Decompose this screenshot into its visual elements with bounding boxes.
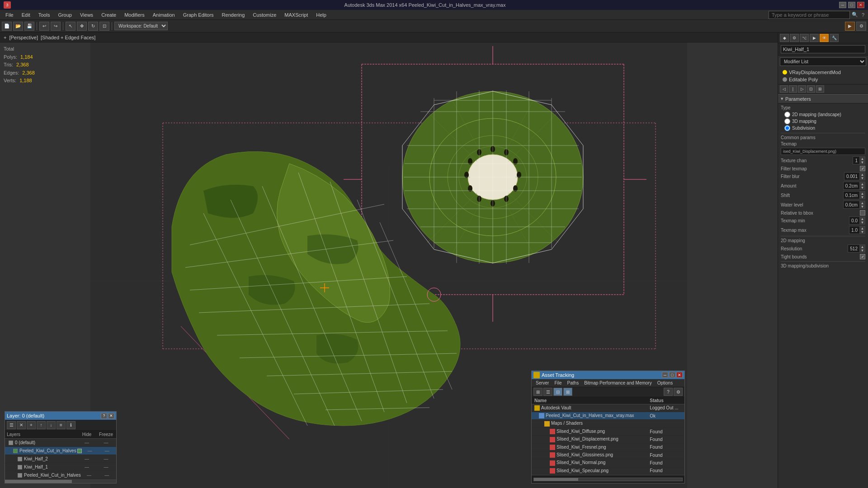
- question-icon[interactable]: ?: [860, 12, 866, 18]
- layer-visibility[interactable]: —: [78, 456, 96, 461]
- viewport-perspective[interactable]: [Perspective]: [9, 35, 38, 40]
- minimize-button[interactable]: ─: [839, 2, 846, 8]
- asset-row[interactable]: Autodesk Vault Logged Out ...: [532, 404, 684, 412]
- type-3d-radio-row[interactable]: 3D mapping: [784, 118, 865, 124]
- asset-menu-server[interactable]: Server: [533, 380, 551, 386]
- modifier-btn-5[interactable]: ⊞: [816, 85, 824, 93]
- layer-row[interactable]: 0 (default) — —: [5, 439, 116, 447]
- layer-row[interactable]: Peeled_Kiwi_Cut_in_Halves — —: [5, 447, 116, 455]
- maximize-button[interactable]: □: [848, 2, 855, 8]
- toolbar-save[interactable]: 💾: [24, 22, 34, 31]
- tight-bounds-checkbox[interactable]: [860, 254, 865, 259]
- asset-row[interactable]: Peeled_Kiwi_Cut_in_Halves_max_vray.max O…: [532, 412, 684, 420]
- asset-row[interactable]: Slised_Kiwi_Fresnel.png Found: [532, 443, 684, 451]
- menu-tools[interactable]: Tools: [35, 11, 54, 19]
- asset-row[interactable]: Maps / Shaders: [532, 420, 684, 427]
- asset-menu-bitmap[interactable]: Bitmap Performance and Memory: [582, 380, 654, 386]
- search-input[interactable]: [769, 11, 850, 19]
- type-2d-radio[interactable]: [784, 112, 790, 117]
- layer-row[interactable]: Kiwi_Half_1 — —: [5, 463, 116, 471]
- asset-maximize-button[interactable]: □: [669, 372, 675, 378]
- toolbar-open[interactable]: 📂: [13, 22, 23, 31]
- layer-freeze-toggle[interactable]: —: [98, 473, 116, 478]
- viewport-add[interactable]: +: [4, 35, 6, 40]
- type-subdiv-radio-row[interactable]: Subdivision: [784, 125, 865, 131]
- layer-freeze-toggle[interactable]: —: [96, 456, 116, 461]
- menu-create[interactable]: Create: [98, 11, 120, 19]
- asset-tb-3[interactable]: ⊟: [553, 388, 562, 396]
- asset-row[interactable]: Slised_Kiwi_Glossiness.png Found: [532, 451, 684, 459]
- layer-active-checkbox[interactable]: [77, 449, 82, 453]
- type-subdiv-radio[interactable]: [784, 125, 790, 131]
- close-button[interactable]: ✕: [857, 2, 864, 8]
- asset-close-button[interactable]: ✕: [676, 372, 683, 378]
- layers-scrollbar[interactable]: [5, 479, 116, 483]
- layer-freeze-toggle[interactable]: —: [96, 440, 116, 445]
- layers-tb-sort[interactable]: ≡: [57, 421, 66, 429]
- toolbar-select[interactable]: ↖: [66, 22, 75, 31]
- asset-menu-file[interactable]: File: [552, 380, 564, 386]
- toolbar-move[interactable]: ✥: [77, 22, 87, 31]
- amount-value[interactable]: 0.2cm: [844, 183, 859, 189]
- asset-minimize-button[interactable]: ─: [662, 372, 668, 378]
- menu-animation[interactable]: Animation: [149, 11, 179, 19]
- texmap-value[interactable]: ised_Kiwi_Displacement.png): [781, 148, 865, 155]
- asset-tb-2[interactable]: ☰: [543, 388, 552, 396]
- menu-group[interactable]: Group: [54, 11, 75, 19]
- menu-file[interactable]: File: [2, 11, 17, 19]
- filter-blur-value[interactable]: 0.001: [844, 174, 859, 179]
- menu-help[interactable]: Help: [312, 11, 330, 19]
- rpanel-motion-icon[interactable]: ▶: [810, 34, 819, 42]
- search-icon[interactable]: 🔍: [850, 12, 860, 18]
- water-level-value[interactable]: 0.0cm: [844, 202, 859, 208]
- relative-checkbox[interactable]: [860, 210, 865, 216]
- toolbar-redo[interactable]: ↪: [51, 22, 61, 31]
- modifier-list-dropdown[interactable]: Modifier List: [780, 57, 866, 66]
- modifier-btn-3[interactable]: ▷: [798, 85, 806, 93]
- asset-row[interactable]: Slised_Kiwi_Diffuse.png Found: [532, 427, 684, 435]
- layers-close-button[interactable]: ✕: [108, 413, 114, 419]
- asset-tb-4[interactable]: ⊠: [563, 388, 572, 396]
- asset-settings-button[interactable]: ⚙: [674, 388, 683, 396]
- filter-blur-down[interactable]: ▼: [859, 176, 865, 180]
- modifier-btn-1[interactable]: ◁: [780, 85, 788, 93]
- menu-graph-editors[interactable]: Graph Editors: [179, 11, 217, 19]
- modifier-item[interactable]: Editable Poly: [780, 76, 866, 83]
- amount-down[interactable]: ▼: [859, 186, 865, 189]
- asset-row[interactable]: Slised_Kiwi_Specular.png Found: [532, 467, 684, 474]
- asset-scrollbar[interactable]: [533, 478, 683, 481]
- layer-row[interactable]: Kiwi_Half_2 — —: [5, 455, 116, 463]
- toolbar-rendersetup[interactable]: ⚙: [856, 22, 866, 31]
- toolbar-scale[interactable]: ⊡: [99, 22, 109, 31]
- menu-maxscript[interactable]: MAXScript: [281, 11, 311, 19]
- toolbar-new[interactable]: 📄: [2, 22, 12, 31]
- menu-rendering[interactable]: Rendering: [218, 11, 249, 19]
- texture-chan-value[interactable]: 1: [853, 158, 859, 164]
- rpanel-create-icon[interactable]: ◆: [780, 34, 789, 42]
- layers-tb-info[interactable]: ℹ: [66, 421, 75, 429]
- resolution-value[interactable]: 512: [848, 246, 859, 252]
- resolution-down[interactable]: ▼: [859, 249, 865, 252]
- layer-freeze-toggle[interactable]: —: [98, 448, 116, 453]
- menu-customize[interactable]: Customize: [249, 11, 280, 19]
- water-level-down[interactable]: ▼: [859, 205, 865, 208]
- modifier-item[interactable]: VRayDisplacementMod: [780, 69, 866, 76]
- filter-texmap-checkbox[interactable]: [860, 166, 865, 171]
- asset-help-button[interactable]: ?: [664, 388, 673, 396]
- asset-row[interactable]: Slised_Kiwi_Displacement.png Found: [532, 436, 684, 443]
- modifier-btn-2[interactable]: |: [789, 85, 797, 93]
- layer-visibility[interactable]: —: [78, 465, 96, 469]
- texture-chan-down[interactable]: ▼: [859, 160, 865, 164]
- menu-edit[interactable]: Edit: [18, 11, 34, 19]
- texmap-min-down[interactable]: ▼: [859, 221, 865, 224]
- asset-menu-paths[interactable]: Paths: [565, 380, 581, 386]
- modifier-btn-4[interactable]: ⊡: [807, 85, 815, 93]
- type-3d-radio[interactable]: [784, 118, 790, 124]
- layers-tb-1[interactable]: ☰: [7, 421, 16, 429]
- toolbar-rotate[interactable]: ↻: [88, 22, 98, 31]
- rpanel-hierarchy-icon[interactable]: ⌥: [800, 34, 809, 42]
- menu-modifiers[interactable]: Modifiers: [121, 11, 148, 19]
- layer-row[interactable]: Peeled_Kiwi_Cut_in_Halves — —: [5, 471, 116, 479]
- rpanel-utilities-icon[interactable]: 🔧: [830, 34, 839, 42]
- shift-value[interactable]: 0.1cm: [844, 192, 859, 198]
